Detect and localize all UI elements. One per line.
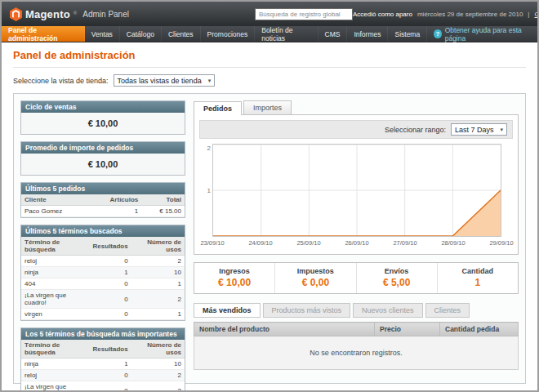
report-tabs: Más vendidos Productos más vistos Nuevos… [194,303,519,318]
column-header: Resultados [90,340,131,359]
table-row[interactable]: 404 0 1 [21,278,185,290]
cell-term: ¡La virgen que cuadro! [21,290,90,309]
cell-uses: 2 [131,370,185,381]
logged-in-as: Accedió como aparo [353,11,412,18]
average-orders-card: Promedio de importe de pedidos € 10,00 [20,141,185,176]
column-header: Término de búsqueda [21,340,90,359]
chart-panel: Seleccionar rango: Last 7 Days ▾ 12 23/0… [194,114,519,255]
nav-item-dashboard[interactable]: Panel de administración [2,26,85,42]
last-orders-table: Cliente Artículos Total Paco Gomez 1 € 1… [21,194,185,217]
range-label: Seleccionar rango: [385,126,446,134]
total-impuestos: Impuestos € 0,00 [274,263,355,293]
chart-x-labels: 23/09/1024/09/1025/09/1026/09/1027/09/10… [212,239,501,249]
help-link[interactable]: ? Obtener ayuda para esta página [427,26,537,42]
cell-customer: Paco Gomez [21,206,88,217]
y-tick-label: 1 [203,187,211,194]
top-header: Magento ® Admin Panel Accedió como aparo… [2,2,537,26]
total-label: Ingresos [194,267,274,275]
table-row[interactable]: ¡La virgen que cuadro! 0 2 [21,290,185,309]
range-value: Last 7 Days [455,126,494,134]
cell-results: 0 [90,278,131,290]
chevron-down-icon: ▾ [208,78,212,84]
column-header: Número de usos [131,340,185,359]
cell-uses: 1 [131,309,185,320]
nav-item-cms[interactable]: CMS [318,26,348,42]
x-tick-label: 23/09/10 [200,239,224,247]
admin-window: Magento ® Admin Panel Accedió como aparo… [0,0,539,392]
table-row[interactable]: ¡La virgen que cuadro! 0 2 [21,381,185,392]
range-bar: Seleccionar rango: Last 7 Days ▾ [199,120,513,139]
tab-nuevos-clientes[interactable]: Nuevos clientes [353,303,423,318]
table-row[interactable]: ninja 1 10 [21,359,185,370]
card-title: Promedio de importe de pedidos [21,142,185,154]
dashboard: Ciclo de ventas € 10,00 Promedio de impo… [13,93,526,384]
column-header: Cliente [21,194,88,206]
column-header: Resultados [90,237,131,256]
card-title: Ciclo de ventas [21,101,185,113]
total-value: € 5,00 [357,277,437,288]
cell-results: 0 [90,256,131,267]
empty-message: No se encontraron registros. [194,336,519,370]
totals-bar: Ingresos € 10,00 Impuestos € 0,00 Envíos… [194,262,519,294]
table-row[interactable]: Paco Gomez 1 € 15.00 [21,206,185,217]
table-header-row: Nombre del producto Precio Cantidad pedi… [194,323,519,336]
logo-text: Magento [25,8,70,20]
cell-results: 0 [90,290,131,309]
nav-item-clientes[interactable]: Clientes [162,26,201,42]
cell-results: 0 [90,381,131,392]
total-cantidad: Cantidad 1 [437,263,518,293]
tab-clientes[interactable]: Clientes [425,303,470,318]
x-tick-label: 24/09/10 [248,239,272,247]
cell-term: virgen [21,309,90,320]
store-view-value: Todas las vistas de tienda [118,77,202,85]
range-select[interactable]: Last 7 Days ▾ [451,123,507,136]
card-title: Los 5 términos de búsqueda más important… [21,328,185,340]
tab-pedidos[interactable]: Pedidos [194,101,242,115]
nav-item-catalogo[interactable]: Catálogo [120,26,162,42]
x-tick-label: 26/09/10 [345,239,368,247]
total-envios: Envíos € 5,00 [356,263,437,293]
chart-area-svg [213,145,501,236]
total-ingresos: Ingresos € 10,00 [194,263,274,293]
nav-item-sistema[interactable]: Sistema [388,26,427,42]
table-row[interactable]: ninja 1 10 [21,267,185,278]
cell-items: 1 [88,206,141,217]
top-search-terms-card: Los 5 términos de búsqueda más important… [20,327,185,392]
nav-item-promociones[interactable]: Promociones [201,26,256,42]
logo-subtitle: Admin Panel [82,10,129,19]
x-tick-label: 27/09/10 [393,239,416,247]
x-tick-label: 28/09/10 [441,239,465,247]
nav-item-ventas[interactable]: Ventas [85,26,120,42]
column-header: Término de búsqueda [21,237,90,256]
logout-link[interactable]: Cerrar Sesión [534,11,539,18]
nav-item-boletin[interactable]: Boletín de noticias [255,26,318,42]
cell-results: 1 [90,267,131,278]
cell-term: ninja [21,267,90,278]
tab-productos-mas-vistos[interactable]: Productos más vistos [263,303,351,318]
card-title: Últimos 5 términos buscados [21,225,185,237]
cell-total: € 15.00 [141,206,185,217]
table-row[interactable]: virgen 0 1 [21,309,185,320]
last-orders-card: Últimos 5 pedidos Cliente Artículos Tota… [20,182,185,218]
x-tick-label: 25/09/10 [296,239,320,247]
column-header: Nombre del producto [194,323,375,336]
cell-term: reloj [21,256,90,267]
nav-item-informes[interactable]: Informes [347,26,388,42]
table-row[interactable]: reloj 0 2 [21,256,185,267]
global-search-input[interactable] [255,8,353,20]
total-label: Envíos [357,267,437,275]
session-info: Accedió como aparo miércoles 29 de septi… [353,11,539,18]
store-view-label: Seleccione la vista de tienda: [13,77,109,85]
average-orders-value: € 10,00 [21,154,185,175]
total-value: € 0,00 [275,277,355,288]
tab-importes[interactable]: Importes [243,100,292,114]
cell-results: 0 [90,370,131,381]
products-table: Nombre del producto Precio Cantidad pedi… [194,322,519,370]
cell-results: 1 [90,359,131,370]
column-header: Total [141,194,185,206]
store-view-select[interactable]: Todas las vistas de tienda ▾ [114,74,216,87]
table-row[interactable]: reloj 0 2 [21,370,185,381]
last-search-table: Término de búsqueda Resultados Número de… [21,237,185,320]
current-date: miércoles 29 de septiembre de 2010 [417,11,523,18]
tab-mas-vendidos[interactable]: Más vendidos [194,303,261,318]
